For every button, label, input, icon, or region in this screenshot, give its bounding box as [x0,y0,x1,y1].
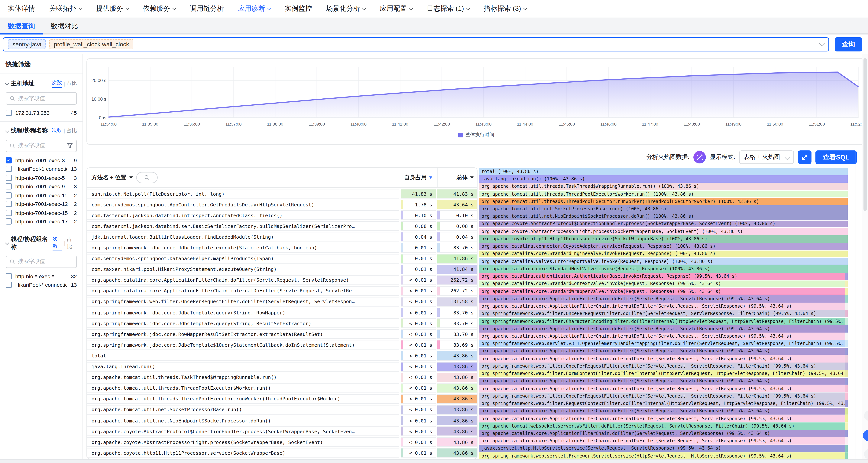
flame-frame-sliver[interactable] [845,453,848,459]
filter-item[interactable]: http-nio-*-exec-*32 [0,272,83,281]
table-row[interactable]: org.apache.tomcat.util.threads.ThreadPoo… [87,394,477,404]
flame-frame-sliver[interactable] [845,280,848,288]
flame-frame[interactable]: org.apache.catalina.core.ApplicationFilt… [479,408,845,415]
sort-icon-name[interactable] [130,176,133,179]
flame-frame[interactable]: org.apache.catalina.core.ApplicationFilt… [479,378,845,385]
flame-frame-sliver[interactable] [845,423,848,430]
filter-item[interactable]: http-nio-7001-exec-112 [0,191,83,200]
area-chart[interactable]: 0ns10.00 s20.00 s11:34:0011:35:0011:36:0… [87,59,865,144]
nav-item-应用诊断[interactable]: 应用诊断 [238,4,271,13]
query-tag-service[interactable]: sentry-java [8,39,46,49]
nav-item-关联拓扑[interactable]: 关联拓扑 [49,4,82,13]
flame-frame[interactable]: org.apache.tomcat.util.threads.TaskThrea… [479,183,848,190]
filter-item[interactable]: http-nio-7001-exec-122 [0,200,83,208]
table-row[interactable]: org.apache.coyote.AbstractProtocol$Conne… [87,427,477,436]
flame-frame-sliver[interactable] [845,348,848,355]
checkbox[interactable] [6,201,12,207]
flame-frame[interactable]: org.apache.catalina.core.ApplicationFilt… [479,430,845,437]
flame-frame[interactable]: org.springframework.web.servlet.Framewor… [479,453,845,459]
table-row[interactable]: org.springframework.jdbc.core.JdbcTempla… [87,340,477,350]
sort-by-ratio[interactable]: 占比 [67,127,77,135]
flame-frame[interactable]: org.apache.catalina.core.ApplicationFilt… [479,332,845,340]
search-button[interactable]: 查询 [835,37,862,51]
flame-frame-sliver[interactable] [845,340,848,347]
flame-frame[interactable]: org.apache.tomcat.util.threads.ThreadPoo… [479,198,848,205]
flame-frame[interactable]: org.apache.coyote.AbstractProcessorLight… [479,228,848,235]
nav-item-场景化分析[interactable]: 场景化分析 [326,4,366,13]
sort-by-ratio[interactable]: 占比 [67,236,77,250]
table-row[interactable]: sun.nio.ch.Net.poll(FileDescriptor, int,… [87,189,477,199]
checkbox[interactable]: ✓ [6,157,12,163]
flame-frame[interactable]: org.apache.catalina.core.StandardContext… [479,280,845,288]
chevron-down-icon[interactable] [5,82,9,85]
filter-item[interactable]: http-nio-7001-exec-172 [0,217,83,226]
table-row[interactable]: org.apache.catalina.core.ApplicationFilt… [87,275,477,285]
flame-frame[interactable]: org.apache.catalina.core.ApplicationFilt… [479,355,845,362]
flame-frame[interactable]: org.apache.catalina.authenticator.Authen… [479,273,845,280]
flame-frame[interactable]: org.apache.catalina.connector.CoyoteAdap… [479,243,848,250]
flame-frame-sliver[interactable] [845,325,848,332]
chart-legend[interactable]: 整体执行时间 [87,132,865,139]
display-mode-select[interactable]: 表格 + 火焰图 [739,150,794,164]
magic-wand-icon[interactable] [693,151,706,164]
filter-item[interactable]: http-nio-7001-exec-93 [0,182,83,191]
table-row[interactable]: org.apache.coyote.http11.Http11Processor… [87,448,477,458]
flame-frame[interactable]: org.springframework.web.filter.RequestCo… [479,400,845,407]
flame-frame[interactable]: org.apache.catalina.valves.ErrorReportVa… [479,258,848,265]
flame-frame[interactable]: org.springframework.web.filter.Character… [479,318,845,325]
field-value-search-input[interactable]: 搜索字段值 [6,140,77,152]
flame-frame-sliver[interactable] [845,310,848,317]
vertical-scrollbar[interactable] [862,54,868,459]
fullscreen-button[interactable] [798,150,812,164]
checkbox[interactable] [6,273,12,279]
flame-frame-sliver[interactable] [845,400,848,407]
flame-frame[interactable]: org.apache.catalina.core.ApplicationFilt… [479,348,845,355]
flame-frame[interactable]: org.springframework.web.servlet.v3_1.Ope… [479,340,845,347]
table-row[interactable]: org.springframework.jdbc.core.RowMapperR… [87,329,477,339]
nav-item-指标探索 (3)[interactable]: 指标探索 (3) [484,4,527,13]
flame-frame[interactable]: org.apache.catalina.core.ApplicationFilt… [479,415,845,422]
checkbox[interactable] [6,175,12,181]
sort-icon-total[interactable] [470,176,473,179]
table-row[interactable]: jdk.internal.loader.BuiltinClassLoader.f… [87,232,477,242]
sort-by-count[interactable]: 次数 [52,79,62,88]
flame-frame-sliver[interactable] [845,385,848,392]
chevron-down-icon[interactable] [819,40,825,46]
flame-frame[interactable]: org.springframework.web.filter.OncePerRe… [479,310,845,317]
table-row[interactable]: org.apache.tomcat.util.net.NioEndpoint$S… [87,416,477,425]
filter-item[interactable]: HikariPool-* connection ad...13 [0,281,83,289]
flame-frame-sliver[interactable] [845,363,848,370]
flame-frame-sliver[interactable] [845,415,848,422]
flame-frame[interactable]: java.lang.Thread.run() (100%, 43.86 s) [479,175,848,183]
flame-frame[interactable]: org.apache.catalina.core.ApplicationFilt… [479,385,845,392]
flame-frame-sliver[interactable] [845,445,848,452]
table-row[interactable]: org.springframework.jdbc.core.JdbcTempla… [87,243,477,253]
filter-icon[interactable] [67,143,73,149]
field-value-search-input[interactable]: 搜索字段值 [6,255,77,268]
flame-frame-sliver[interactable] [845,437,848,444]
flame-frame[interactable]: org.apache.catalina.core.StandardWrapper… [479,288,845,295]
scrollbar-thumb[interactable] [864,58,867,211]
table-row[interactable]: java.lang.Thread.run()< 0.01 s43.86 s [87,362,477,371]
sort-by-count[interactable]: 次数 [53,235,62,251]
flame-frame-sliver[interactable] [845,295,848,302]
flame-frame[interactable]: org.apache.catalina.core.StandardHostVal… [479,265,848,272]
flame-frame[interactable]: org.apache.tomcat.websocket.server.WsFil… [479,423,845,430]
filter-item[interactable]: HikariPool-1 connection ad...13 [0,165,83,173]
tab-数据对比[interactable]: 数据对比 [43,18,86,34]
sort-by-ratio[interactable]: 占比 [67,80,77,87]
flame-frame-sliver[interactable] [845,370,848,377]
sort-icon-self[interactable] [429,176,432,179]
flame-frame[interactable]: org.apache.catalina.core.ApplicationFilt… [479,437,845,444]
table-row[interactable]: org.apache.tomcat.util.threads.ThreadPoo… [87,383,477,393]
nav-item-应用配置[interactable]: 应用配置 [380,4,412,13]
table-row[interactable]: org.springframework.jdbc.core.JdbcTempla… [87,318,477,328]
flame-frame-sliver[interactable] [845,273,848,280]
flame-frame[interactable]: org.springframework.web.filter.FormConte… [479,370,845,377]
method-search-input[interactable] [136,172,158,183]
flame-frame-sliver[interactable] [845,318,848,325]
flame-frame[interactable]: total (100%, 43.86 s) [479,168,848,175]
table-row[interactable]: org.apache.tomcat.util.threads.TaskThrea… [87,373,477,382]
flame-frame[interactable]: org.apache.catalina.core.ApplicationFilt… [479,303,845,310]
chevron-down-icon[interactable] [5,128,9,133]
